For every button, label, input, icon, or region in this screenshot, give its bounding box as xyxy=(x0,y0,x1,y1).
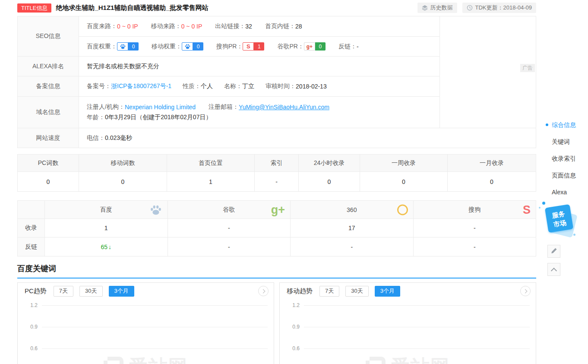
engine-col-sogou: 搜狗 S xyxy=(414,201,536,218)
baidu-keyword-section-header: 百度关键词 xyxy=(17,263,536,279)
gridline xyxy=(42,327,268,327)
mobile-trend-chart: 1.2 0.9 0.6 爱站网 xyxy=(280,299,536,364)
tdk-update-chip: TDK更新：2018-04-09 xyxy=(462,3,537,13)
backlink-360: - xyxy=(291,237,414,256)
aizhan-watermark: 爱站网 xyxy=(366,354,450,364)
decor-dot xyxy=(539,207,541,209)
sogou-pr-label: 搜狗PR： xyxy=(216,43,243,51)
mobile-trend-panel: 移动趋势 7天 30天 3个月 1.2 0.9 0.6 爱站网 xyxy=(279,282,536,364)
google-plus-icon: g+ xyxy=(304,42,315,51)
decor-dot xyxy=(573,234,575,236)
stats-header: 一周收录 xyxy=(360,155,448,171)
indexed-row-label: 收录 xyxy=(18,219,45,237)
search-engine-table: 百度 谷歌 g+ 360 搜狗 S 收录 1 - 17 - 反链 xyxy=(17,200,536,256)
indexed-360: 17 xyxy=(291,219,414,237)
mobile-traffic-label: 移动来路： xyxy=(151,22,181,30)
backlink-sogou: - xyxy=(414,237,536,256)
y-tick: 1.2 xyxy=(280,302,300,308)
icp-audit-label: 审核时间： xyxy=(266,82,296,90)
mobile-weight-value: 0 xyxy=(193,42,203,51)
baidu-keyword-title: 百度关键词 xyxy=(17,264,56,273)
pencil-icon xyxy=(551,247,557,256)
icp-label: 备案信息 xyxy=(18,76,79,96)
indexed-google: - xyxy=(168,219,291,237)
trend-charts: PC趋势 7天 30天 3个月 1.2 0.9 0.6 爱站网 xyxy=(17,282,536,364)
y-tick: 0.9 xyxy=(18,324,38,330)
pc-trend-next-button[interactable] xyxy=(258,286,269,296)
decor-dot xyxy=(542,202,545,205)
sidebar-item-keywords[interactable]: 关键词 xyxy=(546,138,587,146)
sidebar-item-alexa[interactable]: Alexa xyxy=(546,188,587,196)
down-arrow-icon: ↓ xyxy=(108,244,111,250)
sidebar-item-label: 综合信息 xyxy=(552,121,576,128)
sidebar-item-index[interactable]: 收录索引 xyxy=(546,155,587,162)
baidu-traffic-label: 百度来路： xyxy=(87,22,117,30)
engine-name: 360 xyxy=(347,206,357,213)
domain-age-value: 0年3月29日（创建于2018年02月07日） xyxy=(105,114,212,121)
domain-label: 域名信息 xyxy=(18,97,79,128)
icp-number-label: 备案号： xyxy=(87,82,111,90)
backlink-baidu-value: 65 xyxy=(101,244,107,250)
mobile-paw-icon xyxy=(182,42,193,51)
reg-email-link[interactable]: YuMing@YinSiBaoHu.AliYun.com xyxy=(239,104,329,111)
google-pr-badge[interactable]: g+ 0 xyxy=(304,42,326,51)
edit-button[interactable] xyxy=(547,245,560,258)
mobile-weight-badge[interactable]: 0 xyxy=(182,42,203,51)
page-header: TITLE信息 绝地求生辅助_H1Z1辅助自瞄透视辅助_批发零售网站 历史数据 … xyxy=(17,2,536,13)
pc-tab-7d[interactable]: 7天 xyxy=(54,286,73,297)
homelinks-label: 首页内链： xyxy=(265,22,295,30)
pc-tab-30d[interactable]: 30天 xyxy=(79,286,102,297)
mobile-traffic-value: 0 ~ 0 IP xyxy=(181,23,202,30)
mobile-weight-label: 移动权重： xyxy=(152,43,182,51)
icp-audit-value: 2018-02-13 xyxy=(296,83,327,90)
y-tick: 1.2 xyxy=(18,302,38,308)
layers-icon xyxy=(422,5,428,11)
stats-value: 0 xyxy=(360,172,448,191)
backlink-row-label: 反链 xyxy=(18,237,45,256)
back-to-top-button[interactable] xyxy=(547,263,560,276)
backlink-row: 反链 65↓ - - - xyxy=(18,237,536,256)
gridline xyxy=(42,305,268,306)
icp-type-label: 性质： xyxy=(183,82,201,90)
alexa-label: ALEXA排名 xyxy=(18,57,79,76)
telecom-value: 0.023毫秒 xyxy=(105,134,132,142)
stats-value: - xyxy=(255,172,299,191)
mobile-trend-next-button[interactable] xyxy=(520,286,531,296)
tdk-update-label: TDK更新：2018-04-09 xyxy=(475,4,532,12)
service-line1: 服务 xyxy=(551,210,565,219)
service-line2: 市场 xyxy=(553,219,567,228)
clock-icon xyxy=(467,5,473,11)
sidebar-item-overview[interactable]: 综合信息 xyxy=(546,121,587,129)
y-tick: 0.6 xyxy=(18,345,38,351)
chevron-up-icon xyxy=(551,267,557,273)
sogou-pr-badge[interactable]: S 1 xyxy=(243,42,264,51)
gridline xyxy=(42,348,268,349)
mobile-tab-3m[interactable]: 3个月 xyxy=(375,286,400,297)
360-ring-icon xyxy=(397,204,408,215)
mobile-tab-7d[interactable]: 7天 xyxy=(319,286,339,297)
domain-age-label: 年龄： xyxy=(87,114,105,121)
sogou-pr-value: 1 xyxy=(254,42,264,51)
stats-header: 移动词数 xyxy=(79,155,167,171)
icp-name-value: 丁立 xyxy=(242,82,254,90)
sidebar-item-pageinfo[interactable]: 页面信息 xyxy=(546,171,587,179)
stats-header-row: PC词数 移动词数 首页位置 索引 24小时收录 一周收录 一月收录 xyxy=(18,155,536,172)
registrant-link[interactable]: Nexperian Holding Limited xyxy=(125,104,196,111)
baidu-weight-badge[interactable]: 0 xyxy=(117,42,139,51)
ad-label: 广告 xyxy=(520,64,535,72)
history-data-button[interactable]: 历史数据 xyxy=(417,3,457,13)
stats-value: 1 xyxy=(167,172,255,191)
icp-number-link[interactable]: 浙ICP备18007267号-1 xyxy=(111,82,171,90)
service-market-badge[interactable]: 服务 市场 xyxy=(546,205,578,240)
sidebar-item-label: 收录索引 xyxy=(552,155,576,162)
backlink-google: - xyxy=(168,237,291,256)
engine-col-baidu: 百度 xyxy=(45,201,168,218)
indexed-baidu: 1 xyxy=(45,219,168,237)
gridline xyxy=(304,348,530,349)
mobile-tab-30d[interactable]: 30天 xyxy=(345,286,368,297)
icp-name-label: 名称： xyxy=(224,82,242,90)
google-pr-value: 0 xyxy=(315,42,326,51)
keyword-stats-table: PC词数 移动词数 首页位置 索引 24小时收录 一周收录 一月收录 0 0 1… xyxy=(17,154,536,192)
service-market-flag: 服务 市场 xyxy=(545,204,573,233)
pc-tab-3m[interactable]: 3个月 xyxy=(109,286,134,297)
